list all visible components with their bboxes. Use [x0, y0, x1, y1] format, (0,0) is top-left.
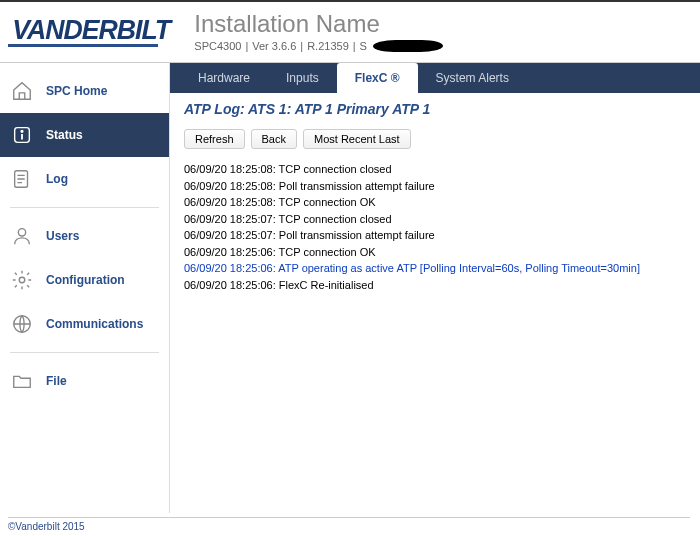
log-line: 06/09/20 18:25:07: Poll transmission att…	[184, 227, 686, 244]
sidebar-item-communications[interactable]: Communications	[0, 302, 169, 346]
svg-point-1	[21, 130, 23, 132]
log-line: 06/09/20 18:25:06: TCP connection OK	[184, 244, 686, 261]
sidebar-item-label: File	[46, 374, 67, 388]
sidebar-item-label: Users	[46, 229, 79, 243]
info-icon	[10, 123, 34, 147]
header: VANDERBILT Installation Name SPC4300 | V…	[0, 2, 700, 63]
redacted-serial	[372, 40, 444, 52]
header-main: Installation Name SPC4300 | Ver 3.6.6 | …	[194, 10, 688, 52]
tab-hardware[interactable]: Hardware	[180, 63, 268, 93]
device-revision: R.21359	[307, 40, 349, 52]
page-title: ATP Log: ATS 1: ATP 1 Primary ATP 1	[184, 101, 686, 117]
content: Hardware Inputs FlexC ® System Alerts AT…	[170, 63, 700, 513]
log-line: 06/09/20 18:25:08: Poll transmission att…	[184, 178, 686, 195]
installation-name: Installation Name	[194, 10, 688, 38]
sidebar-item-label: Log	[46, 172, 68, 186]
most-recent-last-button[interactable]: Most Recent Last	[303, 129, 411, 149]
sidebar-item-file[interactable]: File	[0, 359, 169, 403]
logo: VANDERBILT	[8, 14, 174, 47]
sidebar-item-log[interactable]: Log	[0, 157, 169, 201]
log-line: 06/09/20 18:25:08: TCP connection OK	[184, 194, 686, 211]
sidebar-divider	[10, 207, 159, 208]
users-icon	[10, 224, 34, 248]
log-line: 06/09/20 18:25:06: FlexC Re-initialised	[184, 277, 686, 294]
sidebar-item-label: Configuration	[46, 273, 125, 287]
tab-system-alerts[interactable]: System Alerts	[418, 63, 527, 93]
log-icon	[10, 167, 34, 191]
sidebar-divider	[10, 352, 159, 353]
log-list: 06/09/20 18:25:08: TCP connection closed…	[184, 161, 686, 293]
tab-inputs[interactable]: Inputs	[268, 63, 337, 93]
sidebar-item-users[interactable]: Users	[0, 214, 169, 258]
sidebar-item-status[interactable]: Status	[0, 113, 169, 157]
log-line: 06/09/20 18:25:07: TCP connection closed	[184, 211, 686, 228]
svg-point-3	[18, 229, 25, 236]
device-info: SPC4300 | Ver 3.6.6 | R.21359 | S	[194, 40, 688, 52]
footer-copyright: ©Vanderbilt 2015	[8, 517, 690, 532]
globe-icon	[10, 312, 34, 336]
tab-bar: Hardware Inputs FlexC ® System Alerts	[170, 63, 700, 93]
log-line: 06/09/20 18:25:08: TCP connection closed	[184, 161, 686, 178]
logo-text: VANDERBILT	[12, 14, 170, 46]
svg-point-4	[19, 277, 25, 283]
sidebar: SPC Home Status Log Users Configur	[0, 63, 170, 513]
sidebar-item-label: Status	[46, 128, 83, 142]
refresh-button[interactable]: Refresh	[184, 129, 245, 149]
sidebar-item-configuration[interactable]: Configuration	[0, 258, 169, 302]
sidebar-item-label: SPC Home	[46, 84, 107, 98]
sidebar-item-label: Communications	[46, 317, 143, 331]
device-serial-prefix: S	[360, 40, 367, 52]
back-button[interactable]: Back	[251, 129, 297, 149]
gear-icon	[10, 268, 34, 292]
home-icon	[10, 79, 34, 103]
log-line: 06/09/20 18:25:06: ATP operating as acti…	[184, 260, 686, 277]
folder-icon	[10, 369, 34, 393]
device-model: SPC4300	[194, 40, 241, 52]
tab-flexc[interactable]: FlexC ®	[337, 63, 418, 93]
sidebar-item-spc-home[interactable]: SPC Home	[0, 69, 169, 113]
button-row: Refresh Back Most Recent Last	[184, 129, 686, 149]
device-version: Ver 3.6.6	[252, 40, 296, 52]
